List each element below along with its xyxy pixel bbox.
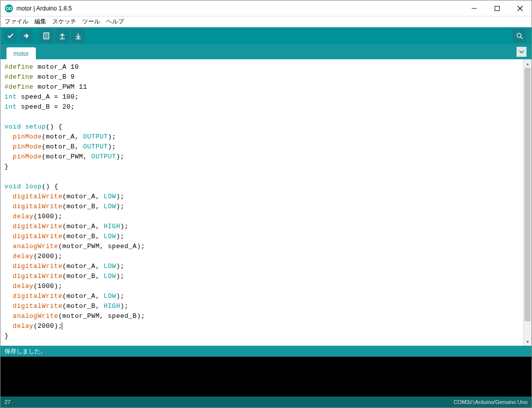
upload-button[interactable] [19, 29, 33, 43]
menu-edit[interactable]: 編集 [32, 16, 48, 27]
open-button[interactable] [55, 29, 69, 43]
verify-button[interactable] [3, 29, 17, 43]
board-port-info: COM3のArduino/Genuino Uno [453, 399, 528, 406]
status-text: 保存しました。 [4, 347, 46, 356]
footer: 27 COM3のArduino/Genuino Uno [0, 397, 532, 408]
serial-monitor-button[interactable] [513, 29, 527, 43]
scroll-up-icon[interactable]: ▴ [524, 59, 532, 68]
toolbar [0, 27, 532, 44]
svg-point-11 [517, 33, 521, 37]
menu-file[interactable]: ファイル [2, 16, 30, 27]
tabbar: motor [0, 44, 532, 59]
arduino-ide-window: motor | Arduino 1.8.5 ファイル 編集 スケッチ ツール ヘ… [0, 0, 532, 408]
svg-line-12 [521, 37, 523, 39]
titlebar: motor | Arduino 1.8.5 [0, 0, 532, 16]
scroll-track[interactable] [524, 68, 532, 337]
save-button[interactable] [71, 29, 85, 43]
status-bar: 保存しました。 [0, 346, 532, 357]
tab-dropdown-button[interactable] [517, 47, 527, 57]
window-title: motor | Arduino 1.8.5 [16, 5, 463, 12]
scroll-down-icon[interactable]: ▾ [524, 337, 532, 346]
code-editor[interactable]: #define motor_A 10 #define motor_B 9 #de… [0, 59, 523, 346]
menu-help[interactable]: ヘルプ [104, 16, 126, 27]
menu-tools[interactable]: ツール [80, 16, 102, 27]
tab-motor[interactable]: motor [6, 47, 36, 59]
new-button[interactable] [39, 29, 53, 43]
arduino-logo-icon [4, 4, 13, 13]
menubar: ファイル 編集 スケッチ ツール ヘルプ [0, 16, 532, 27]
line-number: 27 [4, 399, 10, 405]
console-output[interactable] [0, 357, 532, 397]
close-button[interactable] [509, 0, 532, 16]
maximize-button[interactable] [486, 0, 509, 16]
minimize-button[interactable] [463, 0, 486, 16]
vertical-scrollbar[interactable]: ▴ ▾ [523, 59, 532, 346]
svg-rect-2 [495, 6, 500, 10]
menu-sketch[interactable]: スケッチ [50, 16, 78, 27]
editor-area: #define motor_A 10 #define motor_B 9 #de… [0, 59, 532, 346]
scroll-thumb[interactable] [525, 68, 531, 321]
